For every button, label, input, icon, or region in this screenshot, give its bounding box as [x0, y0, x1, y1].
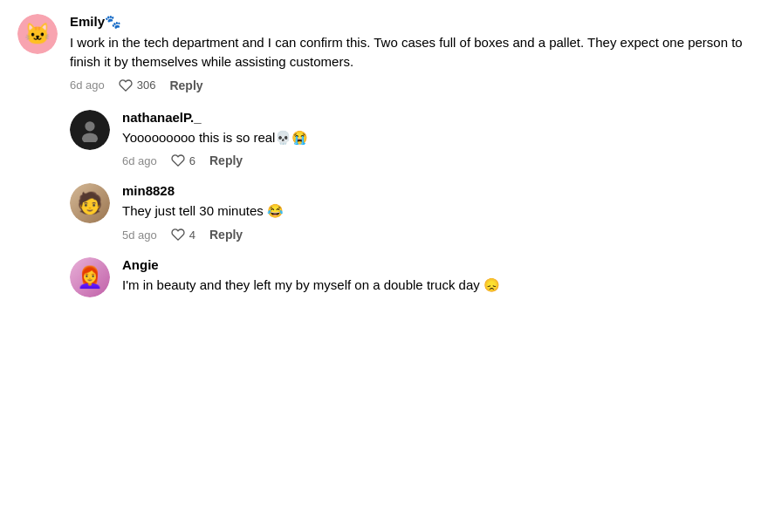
avatar-min8828: 🧑	[70, 183, 110, 223]
min-comment-body: min8828 They just tell 30 minutes 😂 5d a…	[122, 183, 744, 242]
avatar-angie: 👩‍🦰	[70, 257, 110, 297]
min-avatar-emoji: 🧑	[77, 191, 103, 215]
comment-emily: 🐱 Emily🐾 I work in the tech department a…	[17, 14, 744, 92]
emily-comment-text: I work in the tech department and I can …	[70, 33, 744, 72]
nathanael-comment-meta: 6d ago 6 Reply	[122, 153, 744, 167]
emily-timestamp: 6d ago	[70, 78, 105, 92]
min-comment-text: They just tell 30 minutes 😂	[122, 201, 744, 221]
nathanael-reply-button[interactable]: Reply	[209, 153, 243, 167]
nathanael-username: nathanaelP._	[122, 110, 744, 125]
svg-point-1	[82, 133, 98, 142]
emily-comment-meta: 6d ago 306 Reply	[70, 78, 744, 92]
emily-avatar-emoji: 🐱	[24, 22, 51, 46]
min-username: min8828	[122, 183, 744, 198]
angie-comment-text: I'm in beauty and they left my by myself…	[122, 276, 744, 295]
comment-min8828: 🧑 min8828 They just tell 30 minutes 😂 5d…	[70, 183, 744, 242]
angie-avatar-emoji: 👩‍🦰	[77, 265, 103, 290]
nathanael-comment-text: Yooooooooo this is so real💀😭	[122, 128, 744, 147]
emily-like-button[interactable]: 306	[119, 78, 156, 92]
min-reply-button[interactable]: Reply	[209, 228, 243, 242]
avatar-nathanael	[70, 110, 110, 150]
emily-comment-body: Emily🐾 I work in the tech department and…	[70, 14, 744, 92]
svg-point-0	[85, 121, 94, 131]
comment-section: 🐱 Emily🐾 I work in the tech department a…	[17, 14, 744, 297]
heart-icon	[119, 78, 133, 92]
min-like-button[interactable]: 4	[171, 228, 195, 242]
emily-username: Emily🐾	[70, 14, 744, 30]
heart-icon-3	[171, 228, 185, 242]
nathanael-like-button[interactable]: 6	[171, 153, 195, 167]
angie-comment-body: Angie I'm in beauty and they left my by …	[122, 257, 744, 295]
min-timestamp: 5d ago	[122, 228, 157, 242]
comment-angie: 👩‍🦰 Angie I'm in beauty and they left my…	[70, 257, 744, 297]
heart-icon-2	[171, 153, 185, 167]
min-comment-meta: 5d ago 4 Reply	[122, 228, 744, 242]
min-like-count: 4	[189, 228, 195, 242]
nathanael-timestamp: 6d ago	[122, 154, 157, 167]
nathanael-like-count: 6	[189, 154, 195, 167]
nathanael-avatar-svg	[78, 118, 102, 142]
nathanael-comment-body: nathanaelP._ Yooooooooo this is so real💀…	[122, 110, 744, 168]
emily-reply-button[interactable]: Reply	[169, 78, 202, 92]
emily-like-count: 306	[137, 78, 156, 92]
replies-section: nathanaelP._ Yooooooooo this is so real💀…	[70, 110, 744, 298]
avatar-emily: 🐱	[17, 14, 58, 54]
angie-username: Angie	[122, 257, 744, 272]
comment-nathanael: nathanaelP._ Yooooooooo this is so real💀…	[70, 110, 744, 168]
